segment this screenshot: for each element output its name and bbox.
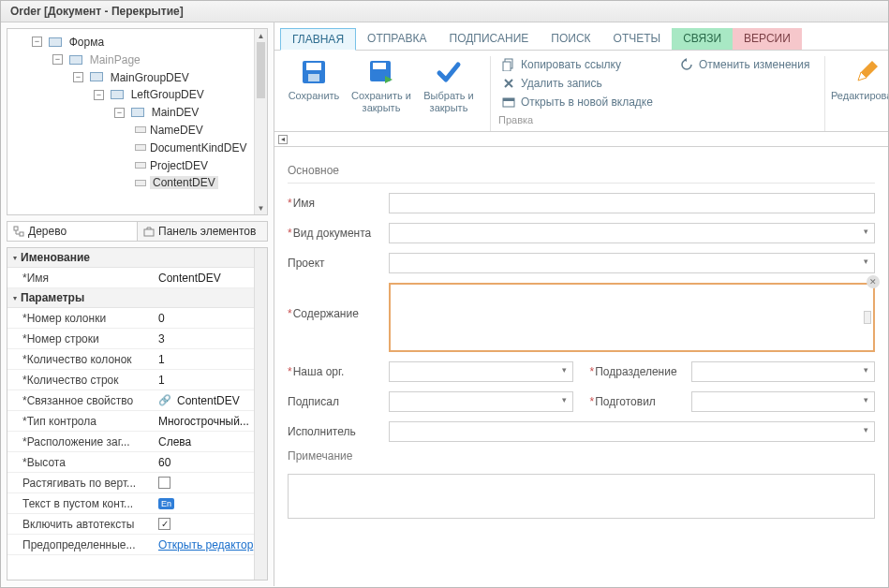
- toolbox-tab-icon: [143, 226, 155, 237]
- tree-node-mainpage[interactable]: MainPage: [90, 53, 141, 66]
- prop-value[interactable]: 0: [153, 312, 267, 325]
- locale-badge: En: [158, 498, 174, 509]
- prop-value[interactable]: 1: [153, 353, 267, 366]
- tree-toggle-icon[interactable]: −: [32, 37, 42, 47]
- input-project[interactable]: [389, 253, 875, 273]
- tab-toolbox[interactable]: Панель элементов: [138, 221, 268, 242]
- prop-value[interactable]: 60: [153, 456, 267, 469]
- tree-node-dockind[interactable]: DocumentKindDEV: [150, 141, 246, 154]
- tab-toolbox-label: Панель элементов: [158, 225, 256, 238]
- input-dept[interactable]: [691, 361, 876, 382]
- tree-node-maingroup[interactable]: MainGroupDEV: [111, 70, 189, 83]
- save-button[interactable]: Сохранить: [280, 56, 348, 104]
- prop-label: *Высота: [7, 456, 153, 469]
- scroll-thumb[interactable]: [257, 42, 265, 98]
- prop-row-labelpos[interactable]: *Расположение заг... Слева ▼: [7, 432, 267, 452]
- svg-rect-7: [373, 63, 386, 69]
- input-note[interactable]: [288, 474, 875, 519]
- prop-row-name[interactable]: *Имя ContentDEV: [7, 268, 267, 288]
- tree-node-maindev[interactable]: MainDEV: [152, 106, 200, 119]
- container-icon: [111, 90, 124, 99]
- prop-row-ctrltype[interactable]: *Тип контрола Многострочный... ▼: [7, 411, 267, 432]
- tab-tree[interactable]: Дерево: [7, 221, 138, 242]
- tree-toggle-icon[interactable]: −: [73, 72, 83, 82]
- open-newtab-button[interactable]: Открыть в новой вкладке: [498, 94, 676, 110]
- prop-scrollbar[interactable]: [254, 248, 267, 580]
- tab-links[interactable]: СВЯЗИ: [672, 28, 733, 50]
- tree-node-project[interactable]: ProjectDEV: [150, 159, 208, 172]
- checkbox[interactable]: [158, 477, 170, 489]
- resize-handle-icon[interactable]: [864, 311, 871, 324]
- tree-toggle-icon[interactable]: −: [114, 108, 125, 118]
- prop-row-vstretch[interactable]: Растягивать по верт...: [7, 473, 267, 493]
- input-ourorg[interactable]: [389, 361, 573, 382]
- label-name: *Имя: [288, 197, 381, 210]
- delete-button[interactable]: Удалить запись: [498, 75, 676, 92]
- prop-row-bound[interactable]: *Связанное свойство 🔗 ContentDEV ▼: [7, 390, 267, 411]
- prop-row-predef[interactable]: Предопределенные... Открыть редактор: [7, 535, 267, 555]
- tab-versions[interactable]: ВЕРСИИ: [733, 28, 802, 50]
- checkbox[interactable]: [158, 518, 170, 530]
- save-close-button[interactable]: Сохранить и закрыть: [348, 56, 415, 116]
- prop-section-naming[interactable]: ▾ Именование: [7, 248, 267, 268]
- tree-toggle-icon[interactable]: −: [94, 90, 104, 100]
- copy-link-button[interactable]: Копировать ссылку: [498, 56, 676, 73]
- tab-sign[interactable]: ПОДПИСАНИЕ: [438, 28, 541, 50]
- svg-rect-0: [14, 227, 18, 230]
- prop-value[interactable]: Открыть редактор: [153, 538, 267, 551]
- prop-row-height[interactable]: *Высота 60: [7, 452, 267, 473]
- prop-value[interactable]: [153, 477, 267, 489]
- prop-section-params[interactable]: ▾ Параметры: [7, 288, 267, 308]
- input-content[interactable]: [389, 283, 875, 352]
- prop-section-naming-label: Именование: [21, 251, 90, 264]
- prop-row-autotext[interactable]: Включить автотексты: [7, 514, 267, 535]
- clear-icon[interactable]: ✕: [867, 275, 880, 288]
- prop-name-value[interactable]: ContentDEV: [153, 272, 267, 285]
- input-name[interactable]: [389, 193, 875, 213]
- prop-label: Текст в пустом конт...: [7, 497, 153, 510]
- undo-button[interactable]: Отменить изменения: [676, 56, 817, 73]
- tree-toggle-icon[interactable]: −: [52, 54, 63, 65]
- edit-button[interactable]: Редактировать: [833, 56, 888, 104]
- container-icon: [90, 72, 103, 81]
- prop-row-rownum[interactable]: *Номер строки 3: [7, 329, 267, 349]
- tree-node-leftgroup[interactable]: LeftGroupDEV: [131, 88, 204, 101]
- prop-value[interactable]: 🔗 ContentDEV ▼: [153, 394, 267, 407]
- scroll-up-icon[interactable]: ▲: [255, 29, 267, 42]
- tab-reports[interactable]: ОТЧЕТЫ: [602, 28, 673, 50]
- label-content: *Содержание: [288, 283, 381, 320]
- open-newtab-label: Открыть в новой вкладке: [521, 96, 653, 109]
- prop-label: Включить автотексты: [7, 518, 153, 531]
- prop-value[interactable]: [153, 518, 267, 530]
- open-editor-link[interactable]: Открыть редактор: [158, 538, 253, 551]
- select-close-button[interactable]: Выбрать и закрыть: [415, 56, 482, 116]
- prop-value[interactable]: En: [153, 498, 267, 509]
- tree-node-form[interactable]: Форма: [69, 36, 104, 49]
- open-newtab-icon: [502, 96, 515, 109]
- field-icon: [135, 126, 146, 133]
- container-icon: [69, 55, 82, 65]
- prop-value[interactable]: 3: [153, 332, 267, 345]
- input-dockind[interactable]: [389, 223, 875, 243]
- tree-node-name[interactable]: NameDEV: [150, 124, 203, 137]
- scroll-left-icon[interactable]: ◂: [278, 135, 288, 144]
- prop-row-emptytext[interactable]: Текст в пустом конт... En: [7, 493, 267, 514]
- prop-value[interactable]: 1: [153, 374, 267, 387]
- prop-row-colspan[interactable]: *Количество колонок 1: [7, 349, 267, 370]
- prop-row-rowspan[interactable]: *Количество строк 1: [7, 370, 267, 390]
- prop-row-colnum[interactable]: *Номер колонки 0: [7, 308, 267, 329]
- svg-rect-2: [144, 229, 154, 236]
- input-prepared[interactable]: [691, 391, 876, 412]
- scroll-down-icon[interactable]: ▼: [255, 201, 267, 214]
- input-assignee[interactable]: [389, 421, 875, 442]
- prop-value[interactable]: Слева ▼: [153, 435, 267, 448]
- form-tree[interactable]: − Форма − MainPage −: [7, 28, 268, 215]
- tab-send[interactable]: ОТПРАВКА: [356, 28, 438, 50]
- tree-node-content[interactable]: ContentDEV: [150, 176, 218, 189]
- prop-label: *Количество колонок: [7, 353, 153, 366]
- tree-scrollbar[interactable]: ▲ ▼: [254, 29, 267, 214]
- prop-value[interactable]: Многострочный... ▼: [153, 415, 267, 428]
- input-signed[interactable]: [389, 391, 573, 412]
- tab-main[interactable]: ГЛАВНАЯ: [280, 28, 356, 51]
- tab-search[interactable]: ПОИСК: [540, 28, 601, 50]
